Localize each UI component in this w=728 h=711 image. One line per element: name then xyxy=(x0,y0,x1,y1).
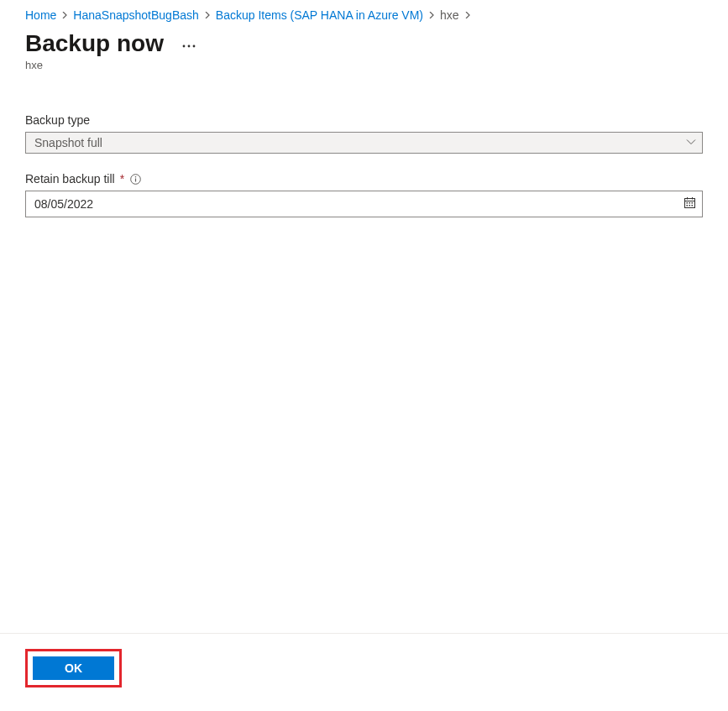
retain-till-input[interactable] xyxy=(25,191,703,217)
required-indicator: * xyxy=(120,172,124,186)
svg-rect-13 xyxy=(687,205,689,207)
chevron-right-icon xyxy=(464,9,471,21)
calendar-icon[interactable] xyxy=(683,196,696,212)
svg-rect-5 xyxy=(134,178,135,181)
backup-type-value: Snapshot full xyxy=(34,136,102,149)
breadcrumb-link-home[interactable]: Home xyxy=(25,8,56,22)
backup-type-label: Backup type xyxy=(25,113,90,127)
breadcrumb-current: hxe xyxy=(440,8,459,22)
retain-till-label: Retain backup till xyxy=(25,172,115,186)
chevron-right-icon xyxy=(61,9,68,21)
svg-point-0 xyxy=(183,45,186,48)
form-area: Backup type Snapshot full Retain backup … xyxy=(0,71,728,633)
breadcrumb-link-backup-items[interactable]: Backup Items (SAP HANA in Azure VM) xyxy=(216,8,423,22)
ok-button[interactable]: OK xyxy=(33,656,114,680)
backup-type-select[interactable]: Snapshot full xyxy=(25,132,703,154)
svg-rect-15 xyxy=(692,205,694,207)
svg-rect-12 xyxy=(692,202,694,204)
svg-point-2 xyxy=(193,45,196,48)
svg-rect-10 xyxy=(687,202,689,204)
svg-point-1 xyxy=(188,45,191,48)
retain-till-group: Retain backup till * xyxy=(25,172,703,217)
page-header: Backup now xyxy=(0,22,728,57)
breadcrumb: Home HanaSnapshotBugBash Backup Items (S… xyxy=(0,0,728,22)
svg-rect-11 xyxy=(689,202,691,204)
chevron-right-icon xyxy=(204,9,211,21)
svg-point-4 xyxy=(134,176,136,178)
ok-button-highlight: OK xyxy=(25,649,122,687)
breadcrumb-link-vault[interactable]: HanaSnapshotBugBash xyxy=(73,8,198,22)
page-title: Backup now xyxy=(25,30,164,57)
page-subtitle: hxe xyxy=(0,59,728,71)
backup-type-group: Backup type Snapshot full xyxy=(25,113,703,154)
ellipsis-icon xyxy=(182,44,196,48)
chevron-right-icon xyxy=(428,9,435,21)
more-actions-button[interactable] xyxy=(179,34,199,54)
footer: OK xyxy=(0,633,728,711)
svg-rect-14 xyxy=(689,205,691,207)
chevron-down-icon xyxy=(686,136,696,149)
info-icon[interactable] xyxy=(129,173,141,185)
